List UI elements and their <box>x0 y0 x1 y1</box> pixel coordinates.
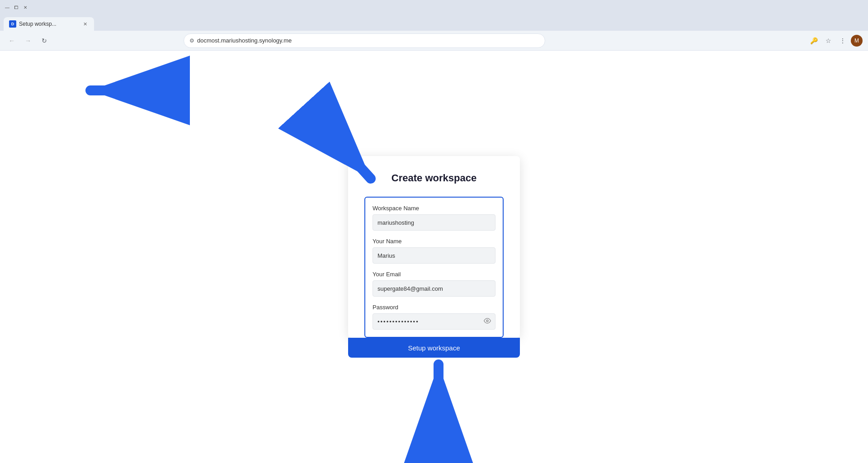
password-manager-button[interactable]: 🔑 <box>807 34 820 47</box>
eye-icon <box>484 317 491 325</box>
workspace-name-group: Workspace Name <box>373 205 495 231</box>
close-button[interactable]: ✕ <box>22 4 29 11</box>
email-group: Your Email <box>373 271 495 297</box>
card-title: Create workspace <box>364 172 504 184</box>
browser-frame: — ⧠ ✕ D Setup worksp... ✕ ← → ↻ ⚙ docmos… <box>0 0 868 463</box>
toggle-password-button[interactable] <box>483 317 492 327</box>
email-input[interactable] <box>373 280 495 297</box>
workspace-name-label: Workspace Name <box>373 205 495 212</box>
setup-workspace-button[interactable]: Setup workspace <box>348 338 520 358</box>
tab-close-button[interactable]: ✕ <box>81 20 89 28</box>
button-arrow <box>418 355 463 410</box>
password-label: Password <box>373 304 495 311</box>
tab-bar: D Setup worksp... ✕ <box>0 14 868 31</box>
restore-button[interactable]: ⧠ <box>13 4 20 11</box>
your-name-group: Your Name <box>373 238 495 264</box>
menu-button[interactable]: ⋮ <box>836 34 849 47</box>
security-icon: ⚙ <box>189 38 194 44</box>
forward-button[interactable]: → <box>22 34 34 47</box>
page-content: Create workspace Workspace Name Your Nam… <box>0 51 868 463</box>
workspace-name-input[interactable] <box>373 214 495 231</box>
back-button[interactable]: ← <box>5 34 18 47</box>
address-bar-arrow <box>45 77 145 104</box>
card-area: Create workspace Workspace Name Your Nam… <box>348 156 520 358</box>
your-name-input[interactable] <box>373 247 495 264</box>
tab-title: Setup worksp... <box>19 21 79 27</box>
url-text: docmost.mariushosting.synology.me <box>197 37 292 44</box>
title-bar: — ⧠ ✕ <box>0 0 868 14</box>
tab-favicon: D <box>9 20 16 28</box>
address-bar-container: ⚙ docmost.mariushosting.synology.me <box>184 33 545 48</box>
svg-point-3 <box>486 320 488 322</box>
toolbar: ← → ↻ ⚙ docmost.mariushosting.synology.m… <box>0 31 868 51</box>
profile-avatar[interactable]: M <box>851 35 863 47</box>
address-bar[interactable]: ⚙ docmost.mariushosting.synology.me <box>184 33 545 48</box>
password-group: Password <box>373 304 495 330</box>
form-inner: Workspace Name Your Name Your Email <box>365 198 503 337</box>
reload-button[interactable]: ↻ <box>38 34 51 47</box>
email-label: Your Email <box>373 271 495 278</box>
minimize-button[interactable]: — <box>4 4 11 11</box>
toolbar-right: 🔑 ☆ ⋮ M <box>807 34 863 47</box>
form-section: Workspace Name Your Name Your Email <box>364 197 504 338</box>
bookmark-button[interactable]: ☆ <box>822 34 835 47</box>
browser-tab[interactable]: D Setup worksp... ✕ <box>4 17 94 31</box>
your-name-label: Your Name <box>373 238 495 245</box>
main-card: Create workspace Workspace Name Your Nam… <box>348 156 520 338</box>
window-controls: — ⧠ ✕ <box>4 4 29 11</box>
password-input[interactable] <box>373 313 495 330</box>
password-wrapper <box>373 313 495 330</box>
